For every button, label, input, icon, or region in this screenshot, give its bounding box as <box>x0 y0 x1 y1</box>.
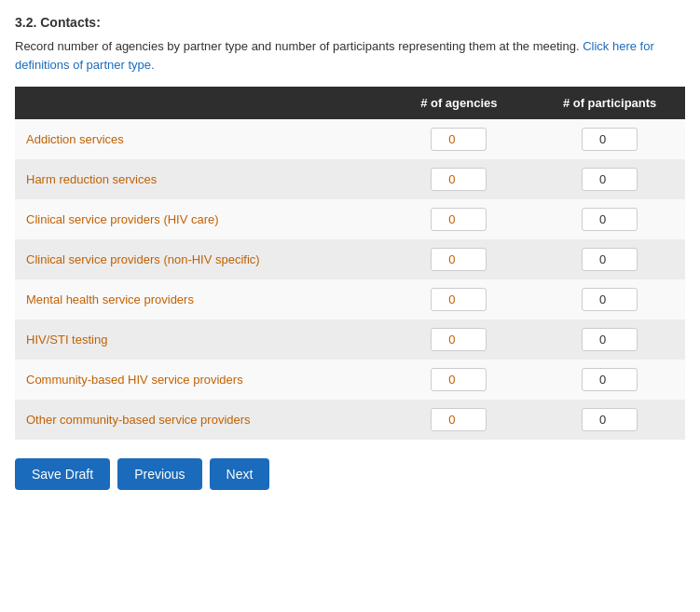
participants-cell <box>534 199 685 239</box>
participants-input[interactable] <box>582 248 638 271</box>
description-text: Record number of agencies by partner typ… <box>15 39 580 53</box>
table-row: Addiction services <box>15 119 685 159</box>
participants-cell <box>534 119 685 159</box>
previous-button[interactable]: Previous <box>117 458 201 490</box>
participants-cell <box>534 320 685 360</box>
participants-cell <box>534 360 685 400</box>
participants-input[interactable] <box>582 408 638 431</box>
agencies-input[interactable] <box>431 168 487 191</box>
section-title: 3.2. Contacts: <box>15 15 685 30</box>
save-draft-button[interactable]: Save Draft <box>15 458 110 490</box>
button-row: Save Draft Previous Next <box>15 458 685 490</box>
participants-input[interactable] <box>582 288 638 311</box>
agencies-input[interactable] <box>431 328 487 351</box>
participants-input[interactable] <box>582 128 638 151</box>
col-header-agencies: # of agencies <box>383 87 534 119</box>
agencies-input[interactable] <box>431 248 487 271</box>
row-label: HIV/STI testing <box>15 320 383 360</box>
row-label: Community-based HIV service providers <box>15 360 383 400</box>
agencies-cell <box>383 320 534 360</box>
agencies-input[interactable] <box>431 368 487 391</box>
table-row: Community-based HIV service providers <box>15 360 685 400</box>
table-row: HIV/STI testing <box>15 320 685 360</box>
participants-cell <box>534 239 685 279</box>
participants-cell <box>534 400 685 440</box>
table-row: Other community-based service providers <box>15 400 685 440</box>
agencies-cell <box>383 239 534 279</box>
row-label: Other community-based service providers <box>15 400 383 440</box>
participants-input[interactable] <box>582 328 638 351</box>
agencies-input[interactable] <box>431 408 487 431</box>
agencies-cell <box>383 279 534 320</box>
table-row: Clinical service providers (HIV care) <box>15 199 685 239</box>
row-label: Mental health service providers <box>15 279 383 320</box>
participants-cell <box>534 279 685 320</box>
agencies-cell <box>383 199 534 239</box>
table-row: Harm reduction services <box>15 159 685 199</box>
row-label: Clinical service providers (non-HIV spec… <box>15 239 383 279</box>
agencies-cell <box>383 119 534 159</box>
table-row: Clinical service providers (non-HIV spec… <box>15 239 685 279</box>
contacts-table: # of agencies # of participants Addictio… <box>15 87 685 440</box>
table-row: Mental health service providers <box>15 279 685 320</box>
agencies-cell <box>383 159 534 199</box>
col-header-label <box>15 87 383 119</box>
participants-input[interactable] <box>582 368 638 391</box>
row-label: Harm reduction services <box>15 159 383 199</box>
next-button[interactable]: Next <box>210 458 270 490</box>
agencies-cell <box>383 400 534 440</box>
agencies-input[interactable] <box>431 208 487 231</box>
agencies-input[interactable] <box>431 288 487 311</box>
row-label: Addiction services <box>15 119 383 159</box>
row-label: Clinical service providers (HIV care) <box>15 199 383 239</box>
col-header-participants: # of participants <box>534 87 685 119</box>
participants-cell <box>534 159 685 199</box>
section-description: Record number of agencies by partner typ… <box>15 37 685 74</box>
agencies-cell <box>383 360 534 400</box>
participants-input[interactable] <box>582 208 638 231</box>
participants-input[interactable] <box>582 168 638 191</box>
agencies-input[interactable] <box>431 128 487 151</box>
